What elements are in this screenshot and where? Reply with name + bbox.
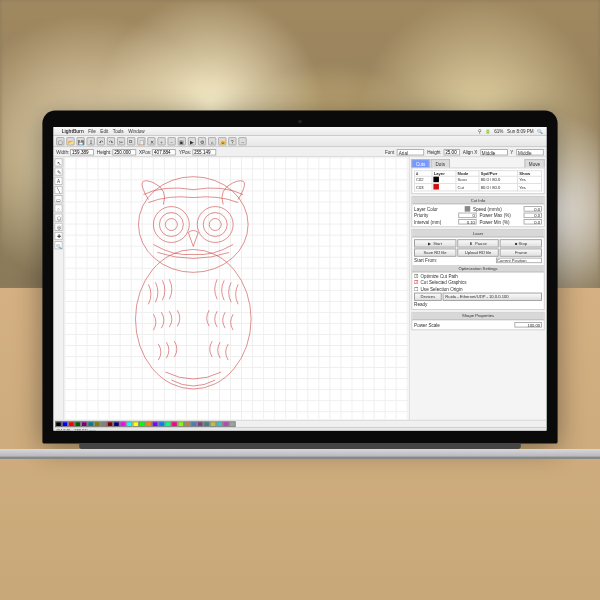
fontheight-label: Height bbox=[427, 149, 440, 155]
zoom-out-icon[interactable]: － bbox=[168, 137, 176, 145]
tab-move[interactable]: Move bbox=[524, 159, 544, 167]
status-ready: Ready bbox=[414, 302, 542, 308]
redo-icon[interactable]: ↷ bbox=[107, 137, 115, 145]
property-bar: Width: Height: XPos: YPos: Font Arial He… bbox=[53, 147, 546, 157]
battery-icon[interactable]: 🔋 bbox=[485, 128, 491, 134]
shape-properties-panel: Shape Properties Power Scale100.00 bbox=[411, 312, 544, 330]
device-icon[interactable]: ⌂ bbox=[208, 137, 216, 145]
main-toolbar: ▢ 📂 💾 ⇩ ↶ ↷ ✂ ⧉ 📋 ✕ ＋ － ▣ ▶ ⚙ ⌂ 🐱 ? → bbox=[53, 136, 546, 147]
powerscale-field[interactable]: 100.00 bbox=[514, 322, 542, 328]
palette-swatch[interactable] bbox=[229, 421, 235, 427]
font-label: Font bbox=[385, 149, 394, 155]
app-name[interactable]: LightBurn bbox=[62, 128, 84, 134]
import-icon[interactable]: ⇩ bbox=[87, 137, 95, 145]
settings-icon[interactable]: ⚙ bbox=[198, 137, 206, 145]
svg-point-3 bbox=[165, 219, 177, 231]
xpos-input[interactable] bbox=[152, 149, 176, 155]
startfrom-select[interactable]: Current Position bbox=[496, 258, 542, 264]
stop-button[interactable]: ■ Stop bbox=[500, 239, 542, 247]
menu-window[interactable]: Window bbox=[128, 128, 144, 134]
select-tool-icon[interactable]: ↖ bbox=[54, 158, 62, 166]
text-tool-icon[interactable]: A bbox=[54, 177, 62, 185]
undo-icon[interactable]: ↶ bbox=[97, 137, 105, 145]
svg-point-2 bbox=[159, 213, 183, 237]
alignx-select[interactable]: Middle bbox=[480, 149, 508, 155]
ellipse-tool-icon[interactable]: ○ bbox=[54, 204, 62, 212]
canvas[interactable] bbox=[64, 157, 408, 419]
width-input[interactable] bbox=[70, 149, 94, 155]
edit-tool-icon[interactable]: ✚ bbox=[54, 232, 62, 240]
spotlight-icon[interactable]: 🔍 bbox=[537, 128, 543, 134]
zoom-tool-icon[interactable]: 🔍 bbox=[54, 241, 62, 249]
pause-button[interactable]: ⏸ Pause bbox=[457, 239, 499, 247]
cut-info-panel: Cut Info Layer ColorSpeed (mm/s)0.0 Prio… bbox=[411, 196, 544, 227]
paste-icon[interactable]: 📋 bbox=[137, 137, 145, 145]
priority-field[interactable]: 0 bbox=[458, 213, 476, 219]
tab-cuts[interactable]: Cuts bbox=[411, 159, 430, 167]
new-icon[interactable]: ▢ bbox=[56, 137, 64, 145]
cat-icon[interactable]: 🐱 bbox=[218, 137, 226, 145]
menu-tools[interactable]: Tools bbox=[113, 128, 124, 134]
zoom-frame-icon[interactable]: ▣ bbox=[178, 137, 186, 145]
shape-title: Shape Properties bbox=[412, 313, 544, 320]
svg-point-0 bbox=[138, 177, 248, 273]
line-tool-icon[interactable]: ╲ bbox=[54, 186, 62, 194]
save-rd-button[interactable]: Save RD file bbox=[414, 248, 456, 256]
macos-menubar: LightBurn File Edit Tools Window ⚲ 🔋 61%… bbox=[53, 127, 546, 136]
layer-color-swatch[interactable] bbox=[465, 206, 471, 212]
font-select[interactable]: Arial bbox=[397, 149, 425, 155]
delete-icon[interactable]: ✕ bbox=[147, 137, 155, 145]
useorigin-checkbox[interactable]: ☐ bbox=[414, 286, 418, 292]
offset-tool-icon[interactable]: ◎ bbox=[54, 223, 62, 231]
ypos-label: YPos: bbox=[179, 149, 191, 155]
menu-edit[interactable]: Edit bbox=[100, 128, 108, 134]
height-input[interactable] bbox=[112, 149, 136, 155]
laser-panel: Laser ▶ Start ⏸ Pause ■ Stop Save RD fil… bbox=[411, 229, 544, 310]
optimize-checkbox[interactable]: ☑ bbox=[414, 273, 418, 279]
layers-table[interactable]: #LayerModeSpd/PwrShow C02Scan80.0 / 80.0… bbox=[414, 170, 542, 191]
frame-button[interactable]: Frame bbox=[500, 248, 542, 256]
cut-icon[interactable]: ✂ bbox=[117, 137, 125, 145]
rect-tool-icon[interactable]: ▭ bbox=[54, 195, 62, 203]
fontheight-input[interactable] bbox=[443, 149, 460, 155]
interval-field[interactable]: 0.10 bbox=[458, 219, 476, 225]
powermax-field[interactable]: 0.0 bbox=[524, 213, 542, 219]
wifi-icon[interactable]: ⚲ bbox=[478, 128, 482, 134]
width-label: Width: bbox=[56, 149, 69, 155]
help-icon[interactable]: ? bbox=[228, 137, 236, 145]
start-button[interactable]: ▶ Start bbox=[414, 239, 456, 247]
go-icon[interactable]: → bbox=[238, 137, 246, 145]
aligny-select[interactable]: Middle bbox=[516, 149, 544, 155]
devices-button[interactable]: Devices bbox=[414, 293, 442, 301]
clock[interactable]: Sun 8:09 PM bbox=[507, 128, 534, 134]
polygon-tool-icon[interactable]: ⬠ bbox=[54, 213, 62, 221]
svg-point-5 bbox=[203, 213, 227, 237]
table-row: C03Cut80.0 / 80.0Yes bbox=[415, 184, 542, 191]
svg-point-4 bbox=[197, 207, 233, 243]
svg-point-7 bbox=[135, 249, 251, 389]
owl-artwork[interactable] bbox=[74, 165, 313, 404]
ypos-input[interactable] bbox=[192, 149, 216, 155]
cutsel-checkbox[interactable]: ☑ bbox=[414, 280, 418, 286]
aligny-label: Y bbox=[510, 149, 513, 155]
laser-title: Laser bbox=[412, 230, 544, 237]
device-select[interactable]: Ruida - Ethernet/UDP - 10.0.0.100 bbox=[443, 293, 542, 301]
copy-icon[interactable]: ⧉ bbox=[127, 137, 135, 145]
powermin-field[interactable]: 0.0 bbox=[524, 219, 542, 225]
left-toolbox: ↖ ✎ A ╲ ▭ ○ ⬠ ◎ ✚ 🔍 bbox=[53, 157, 64, 419]
node-tool-icon[interactable]: ✎ bbox=[54, 167, 62, 175]
preview-icon[interactable]: ▶ bbox=[188, 137, 196, 145]
battery-percent: 61% bbox=[494, 128, 503, 134]
menu-file[interactable]: File bbox=[88, 128, 95, 134]
open-icon[interactable]: 📂 bbox=[66, 137, 74, 145]
save-icon[interactable]: 💾 bbox=[76, 137, 84, 145]
color-palette bbox=[53, 420, 546, 427]
speed-field[interactable]: 0.0 bbox=[524, 206, 542, 212]
upload-rd-button[interactable]: Upload RD file bbox=[457, 248, 499, 256]
tab-dots[interactable]: Dots bbox=[431, 159, 450, 167]
cutinfo-title: Cut Info bbox=[412, 197, 544, 204]
status-bar: (94.840, -138.61) mm bbox=[53, 427, 546, 431]
alignx-label: Align X bbox=[463, 149, 478, 155]
height-label: Height: bbox=[97, 149, 112, 155]
zoom-in-icon[interactable]: ＋ bbox=[157, 137, 165, 145]
